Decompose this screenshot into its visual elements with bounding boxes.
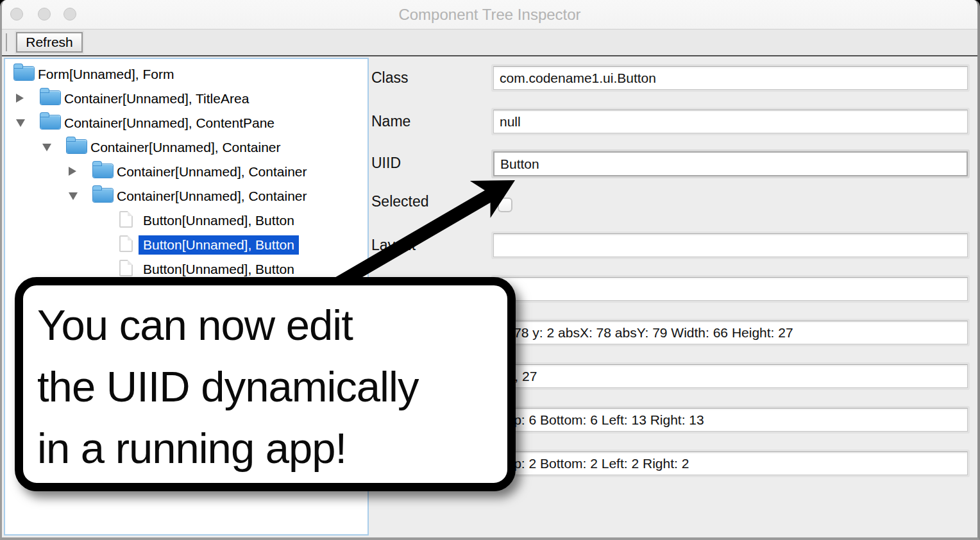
collapse-arrow-icon[interactable] <box>69 192 78 200</box>
toolbar: Refresh <box>2 30 977 56</box>
padding-field[interactable] <box>493 408 968 432</box>
folder-icon <box>93 164 113 178</box>
folder-icon <box>40 91 60 105</box>
layout-field[interactable] <box>493 233 968 257</box>
callout-line: the UIID dynamically <box>37 356 502 418</box>
file-icon <box>119 235 133 252</box>
tree-row[interactable]: Container[Unnamed], Container <box>5 183 368 208</box>
callout-text: You can now editthe UIID dynamicallyin a… <box>23 285 507 479</box>
class-label: Class <box>371 69 409 87</box>
tree-row[interactable]: Container[Unnamed], Container <box>5 135 368 159</box>
uiid-label: UIID <box>371 155 401 172</box>
title-bar: Component Tree Inspector <box>2 0 977 30</box>
tree-node-label[interactable]: Button[Unnamed], Button <box>139 211 299 230</box>
margin-field[interactable] <box>493 451 968 475</box>
component-tree-inspector-window: Component Tree Inspector Refresh Form[Un… <box>0 0 980 540</box>
callout-line: You can now edit <box>37 294 502 356</box>
callout-line: in a running app! <box>37 418 502 479</box>
toolbar-drag-handle[interactable] <box>6 33 16 51</box>
refresh-button[interactable]: Refresh <box>16 32 83 53</box>
folder-icon <box>14 67 34 80</box>
tree-row[interactable]: Form[Unnamed], Form <box>5 62 368 86</box>
blank-field[interactable] <box>493 277 968 301</box>
tree-row[interactable]: Container[Unnamed], Container <box>5 159 368 183</box>
tree-node-label[interactable]: Container[Unnamed], ContentPane <box>60 114 279 133</box>
expand-arrow-icon[interactable] <box>16 94 24 103</box>
tree-node-label[interactable]: Container[Unnamed], TitleArea <box>60 89 253 108</box>
tree-row[interactable]: Button[Unnamed], Button <box>5 232 368 257</box>
window-title: Component Tree Inspector <box>2 6 977 24</box>
collapse-arrow-icon[interactable] <box>16 119 25 127</box>
file-icon <box>119 211 133 228</box>
annotation-callout: You can now editthe UIID dynamicallyin a… <box>15 277 516 491</box>
name-label: Name <box>371 113 410 130</box>
name-field[interactable] <box>493 110 968 133</box>
tree-row[interactable]: Button[Unnamed], Button <box>5 208 368 232</box>
tree-row[interactable]: Container[Unnamed], TitleArea <box>5 86 368 110</box>
uiid-field[interactable] <box>493 151 968 176</box>
folder-icon <box>40 115 60 129</box>
tree-node-label[interactable]: Container[Unnamed], Container <box>112 162 312 181</box>
file-icon <box>119 260 133 276</box>
tree-node-label[interactable]: Form[Unnamed], Form <box>33 65 178 84</box>
class-field[interactable] <box>493 66 968 90</box>
size-field[interactable] <box>493 364 968 388</box>
selected-checkbox[interactable] <box>498 198 512 212</box>
collapse-arrow-icon[interactable] <box>42 144 51 151</box>
tree-node-label[interactable]: Container[Unnamed], Container <box>112 187 312 206</box>
tree-node-label[interactable]: Button[Unnamed], Button <box>139 260 299 279</box>
expand-arrow-icon[interactable] <box>69 167 76 176</box>
tree-node-label[interactable]: Container[Unnamed], Container <box>86 138 285 157</box>
layout-label: Layout <box>371 237 416 254</box>
bounds-field[interactable] <box>493 321 968 344</box>
tree-row[interactable]: Container[Unnamed], ContentPane <box>5 110 368 135</box>
tree-node-label-selected[interactable]: Button[Unnamed], Button <box>139 235 299 255</box>
folder-icon <box>93 189 113 202</box>
selected-label: Selected <box>371 193 429 210</box>
folder-icon <box>67 140 87 153</box>
